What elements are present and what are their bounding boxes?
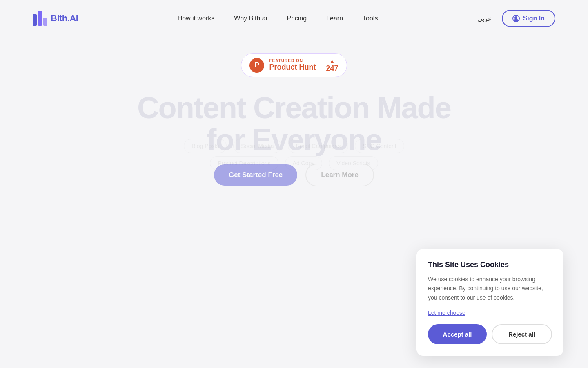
signin-label: Sign In bbox=[523, 15, 545, 22]
hero-heading-line1: Content Creation Made bbox=[137, 91, 451, 125]
reject-all-button[interactable]: Reject all bbox=[492, 324, 552, 344]
product-hunt-badge[interactable]: P FEATURED ON Product Hunt ▲ 247 bbox=[241, 53, 347, 77]
nav-pricing[interactable]: Pricing bbox=[287, 15, 307, 22]
hero-heading: Content Creation Made for Everyone bbox=[137, 92, 451, 155]
logo-icon bbox=[33, 11, 47, 26]
ph-featured-label: FEATURED ON bbox=[269, 58, 316, 63]
nav-learn[interactable]: Learn bbox=[326, 15, 343, 22]
arabic-link[interactable]: عربي bbox=[477, 15, 492, 22]
ph-divider bbox=[321, 58, 321, 73]
accept-all-button[interactable]: Accept all bbox=[428, 324, 487, 344]
hero-heading-line2: for Everyone bbox=[207, 123, 381, 157]
main-content: P FEATURED ON Product Hunt ▲ 247 Content… bbox=[0, 37, 588, 211]
nav-tools[interactable]: Tools bbox=[363, 15, 378, 22]
nav-right: عربي Sign In bbox=[477, 10, 555, 27]
nav-why-bith[interactable]: Why Bith.ai bbox=[234, 15, 267, 22]
cookie-banner: This Site Uses Cookies We use cookies to… bbox=[416, 249, 564, 356]
cta-primary-button[interactable]: Get Started Free bbox=[214, 164, 297, 186]
logo-main: Bith. bbox=[51, 13, 69, 23]
user-icon bbox=[512, 15, 520, 22]
logo-accent: AI bbox=[69, 13, 78, 23]
cookie-buttons: Accept all Reject all bbox=[428, 324, 552, 344]
ph-arrow-icon: ▲ bbox=[330, 58, 335, 64]
sign-in-button[interactable]: Sign In bbox=[502, 10, 555, 27]
ph-count: 247 bbox=[326, 64, 338, 73]
ph-text-block: FEATURED ON Product Hunt bbox=[269, 58, 316, 72]
logo[interactable]: Bith.AI bbox=[33, 11, 78, 26]
cookie-title: This Site Uses Cookies bbox=[428, 260, 552, 269]
cookie-body: We use cookies to enhance your browsing … bbox=[428, 275, 552, 302]
nav-how-it-works[interactable]: How it works bbox=[178, 15, 215, 22]
navbar: Bith.AI How it works Why Bith.ai Pricing… bbox=[0, 0, 588, 37]
logo-text: Bith.AI bbox=[51, 13, 78, 24]
nav-links: How it works Why Bith.ai Pricing Learn T… bbox=[178, 15, 378, 22]
cookie-let-me-choose-link[interactable]: Let me choose bbox=[428, 310, 552, 316]
cta-area: Get Started Free Learn More bbox=[214, 164, 374, 186]
ph-count-block: ▲ 247 bbox=[326, 58, 338, 73]
cta-secondary-button[interactable]: Learn More bbox=[305, 164, 374, 186]
ph-name: Product Hunt bbox=[269, 63, 316, 72]
ph-letter: P bbox=[254, 61, 259, 70]
product-hunt-icon: P bbox=[249, 58, 264, 73]
